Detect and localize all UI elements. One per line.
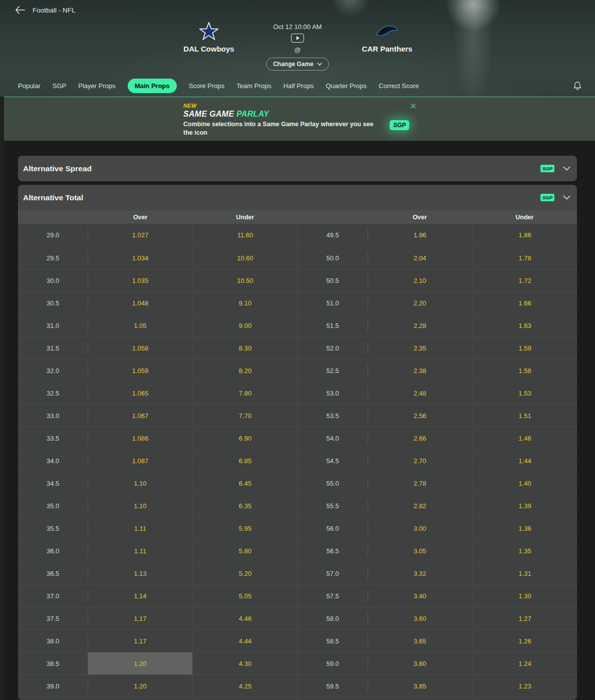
over-odds-button[interactable]: 2.38 — [368, 360, 472, 382]
under-odds-button[interactable]: 4.44 — [192, 630, 297, 652]
under-odds-button[interactable]: 5.95 — [192, 517, 297, 539]
tab-correct-score[interactable]: Correct Score — [379, 82, 419, 90]
over-odds-button[interactable]: 1.05 — [88, 314, 192, 336]
over-odds-button[interactable]: 1.20 — [88, 675, 192, 697]
under-odds-button[interactable]: 1.86 — [472, 224, 577, 246]
over-odds-button[interactable]: 1.086 — [88, 427, 192, 449]
notifications-bell-icon[interactable] — [573, 81, 582, 91]
over-odds-button[interactable]: 3.00 — [368, 517, 472, 539]
over-odds-button[interactable]: 1.10 — [88, 495, 192, 517]
over-odds-button[interactable]: 1.048 — [88, 292, 192, 314]
tab-score-props[interactable]: Score Props — [189, 82, 225, 90]
over-odds-button[interactable]: 1.10 — [88, 472, 192, 494]
over-odds-button[interactable]: 1.034 — [88, 247, 192, 269]
under-odds-button[interactable]: 1.58 — [472, 360, 577, 382]
over-odds-button[interactable]: 2.28 — [368, 314, 472, 336]
under-odds-button[interactable]: 9.00 — [192, 314, 297, 336]
over-odds-button[interactable] — [88, 697, 192, 700]
under-odds-button[interactable]: 8.30 — [192, 337, 297, 359]
under-odds-button[interactable]: 4.30 — [192, 652, 297, 674]
over-odds-button[interactable]: 3.40 — [368, 585, 472, 607]
under-odds-button[interactable]: 1.35 — [472, 540, 577, 562]
over-odds-button[interactable]: 1.065 — [88, 382, 192, 404]
over-odds-button[interactable]: 1.96 — [368, 224, 472, 246]
change-game-button[interactable]: Change Game — [266, 58, 329, 71]
under-odds-button[interactable]: 1.44 — [472, 450, 577, 472]
over-odds-button[interactable]: 2.35 — [368, 337, 472, 359]
alternative-total-header[interactable]: Alternative Total SGP — [18, 185, 577, 210]
tab-popular[interactable]: Popular — [18, 82, 41, 90]
chevron-down-icon[interactable] — [563, 195, 570, 200]
over-odds-button[interactable]: 2.04 — [368, 247, 472, 269]
tab-player-props[interactable]: Player Props — [78, 82, 115, 90]
over-odds-button[interactable]: 1.17 — [88, 607, 192, 629]
over-odds-button[interactable]: 2.66 — [368, 427, 472, 449]
over-odds-button[interactable]: 3.85 — [368, 675, 472, 697]
tab-half-props[interactable]: Half Props — [283, 82, 314, 90]
under-odds-button[interactable]: 6.85 — [192, 450, 297, 472]
under-odds-button[interactable]: 5.80 — [192, 540, 297, 562]
under-odds-button[interactable]: 7.80 — [192, 382, 297, 404]
over-odds-button[interactable]: 1.11 — [88, 517, 192, 539]
close-icon[interactable]: ✕ — [410, 101, 417, 112]
tab-main-props[interactable]: Main Props — [128, 79, 177, 93]
under-odds-button[interactable]: 1.24 — [472, 652, 577, 674]
over-odds-button[interactable]: 2.20 — [368, 292, 472, 314]
under-odds-button[interactable]: 10.50 — [192, 269, 297, 291]
under-odds-button[interactable]: 4.46 — [192, 607, 297, 629]
play-video-icon[interactable] — [291, 34, 304, 43]
under-odds-button[interactable]: 1.27 — [472, 607, 577, 629]
under-odds-button[interactable] — [192, 697, 297, 700]
under-odds-button[interactable]: 1.30 — [472, 585, 577, 607]
under-odds-button[interactable]: 1.63 — [472, 314, 577, 336]
under-odds-button[interactable]: 1.72 — [472, 269, 577, 291]
under-odds-button[interactable]: 1.53 — [472, 382, 577, 404]
under-odds-button[interactable]: 11.60 — [192, 224, 297, 246]
under-odds-button[interactable]: 8.20 — [192, 360, 297, 382]
under-odds-button[interactable]: 1.78 — [472, 247, 577, 269]
over-odds-button[interactable]: 3.80 — [368, 652, 472, 674]
over-odds-button[interactable]: 2.10 — [368, 269, 472, 291]
under-odds-button[interactable]: 1.23 — [472, 675, 577, 697]
over-odds-button[interactable]: 1.13 — [88, 562, 192, 584]
under-odds-button[interactable]: 6.35 — [192, 495, 297, 517]
over-odds-button[interactable]: 1.067 — [88, 405, 192, 427]
over-odds-button[interactable]: 2.56 — [368, 405, 472, 427]
over-odds-button[interactable]: 1.058 — [88, 337, 192, 359]
over-odds-button[interactable]: 1.17 — [88, 630, 192, 652]
over-odds-button[interactable]: 1.20 — [88, 652, 192, 674]
over-odds-button[interactable]: 3.05 — [368, 540, 472, 562]
over-odds-button[interactable]: 2.78 — [368, 472, 472, 494]
under-odds-button[interactable]: 1.31 — [472, 562, 577, 584]
under-odds-button[interactable]: 1.59 — [472, 337, 577, 359]
under-odds-button[interactable]: 1.40 — [472, 472, 577, 494]
over-odds-button[interactable]: 3.32 — [368, 562, 472, 584]
over-odds-button[interactable]: 1.087 — [88, 450, 192, 472]
alternative-spread-header[interactable]: Alternative Spread SGP — [18, 156, 577, 181]
under-odds-button[interactable]: 7.70 — [192, 405, 297, 427]
under-odds-button[interactable]: 9.10 — [192, 292, 297, 314]
under-odds-button[interactable]: 1.66 — [472, 292, 577, 314]
under-odds-button[interactable]: 1.39 — [472, 495, 577, 517]
over-odds-button[interactable]: 1.035 — [88, 269, 192, 291]
under-odds-button[interactable]: 1.26 — [472, 630, 577, 652]
under-odds-button[interactable]: 1.51 — [472, 405, 577, 427]
over-odds-button[interactable]: 1.11 — [88, 540, 192, 562]
under-odds-button[interactable]: 5.05 — [192, 585, 297, 607]
under-odds-button[interactable]: 5.20 — [192, 562, 297, 584]
over-odds-button[interactable]: 3.60 — [368, 607, 472, 629]
under-odds-button[interactable]: 4.25 — [192, 675, 297, 697]
tab-sgp[interactable]: SGP — [53, 82, 66, 90]
back-arrow-icon[interactable] — [15, 6, 25, 14]
over-odds-button[interactable]: 2.82 — [368, 495, 472, 517]
under-odds-button[interactable]: 1.46 — [472, 427, 577, 449]
over-odds-button[interactable]: 2.70 — [368, 450, 472, 472]
over-odds-button[interactable]: 1.059 — [88, 360, 192, 382]
over-odds-button[interactable]: 3.65 — [368, 630, 472, 652]
under-odds-button[interactable]: 6.45 — [192, 472, 297, 494]
over-odds-button[interactable]: 1.027 — [88, 224, 192, 246]
over-odds-button[interactable]: 2.48 — [368, 382, 472, 404]
under-odds-button[interactable]: 1.36 — [472, 517, 577, 539]
chevron-down-icon[interactable] — [563, 166, 570, 171]
over-odds-button[interactable] — [368, 697, 472, 700]
